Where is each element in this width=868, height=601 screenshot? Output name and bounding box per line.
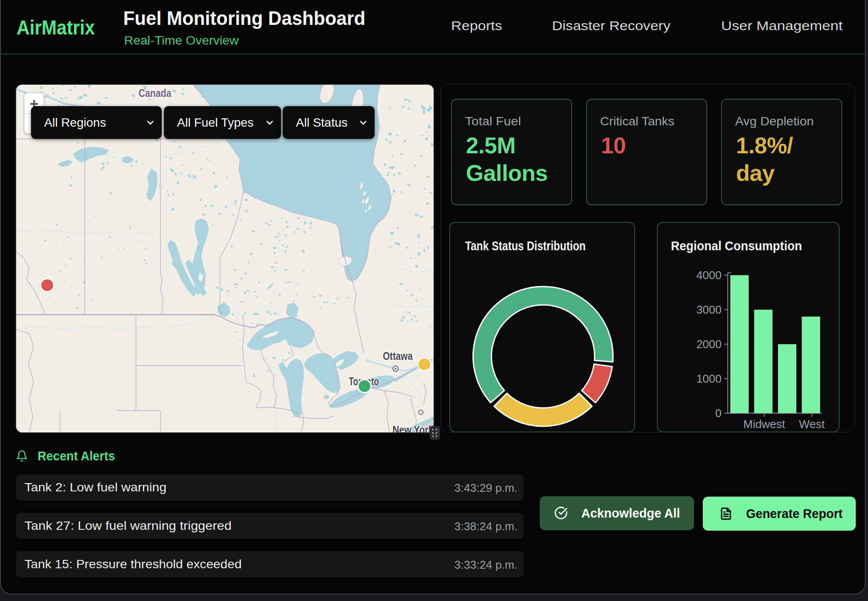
svg-text:New York: New York — [392, 423, 434, 432]
svg-text:Midwest: Midwest — [743, 418, 785, 431]
svg-text:West: West — [799, 418, 825, 431]
svg-text:0: 0 — [715, 407, 722, 420]
svg-text:1000: 1000 — [696, 372, 722, 385]
svg-text:2000: 2000 — [696, 338, 722, 351]
svg-text:4000: 4000 — [696, 269, 722, 282]
svg-text:Ottawa: Ottawa — [383, 350, 413, 362]
svg-text:Canada: Canada — [139, 87, 172, 99]
svg-text:3000: 3000 — [696, 303, 722, 316]
